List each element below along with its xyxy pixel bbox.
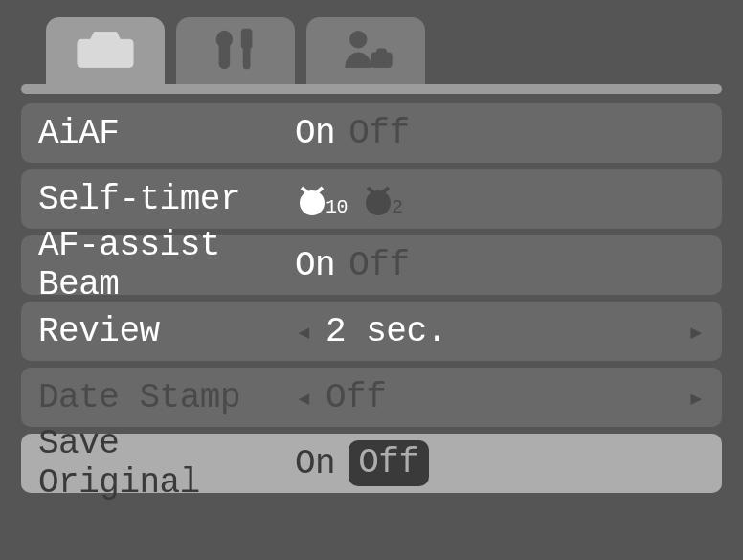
right-arrow-icon[interactable]: ▸: [687, 314, 705, 349]
aiaf-value: On Off: [295, 114, 410, 153]
svg-line-14: [383, 188, 389, 192]
aiaf-label: AiAF: [38, 114, 295, 153]
date-stamp-value: ◂ Off: [295, 378, 469, 417]
self-timer-label: Self-timer: [38, 180, 295, 219]
camera-icon: [76, 24, 135, 78]
svg-rect-1: [243, 30, 251, 46]
af-assist-value: On Off: [295, 246, 410, 285]
review-value: ◂ 2 sec.: [295, 312, 469, 351]
svg-rect-2: [245, 47, 249, 67]
self-timer-10-icon[interactable]: 10: [295, 182, 348, 216]
left-arrow-icon: ◂: [295, 380, 312, 415]
svg-point-0: [98, 43, 116, 61]
save-original-on[interactable]: On: [295, 444, 335, 483]
right-arrow-icon: ▸: [687, 380, 705, 415]
tab-setup[interactable]: [176, 17, 295, 84]
row-review[interactable]: Review ◂ 2 sec. ▸: [21, 302, 722, 361]
review-value-text: 2 sec.: [326, 312, 469, 351]
self-timer-value: 10 2: [295, 182, 403, 216]
svg-line-9: [302, 188, 307, 192]
date-stamp-value-text: Off: [326, 378, 469, 417]
row-self-timer[interactable]: Self-timer 10: [21, 169, 722, 229]
svg-line-13: [368, 188, 373, 192]
aiaf-off[interactable]: Off: [349, 114, 409, 153]
self-timer-2-icon[interactable]: 2: [361, 182, 403, 216]
svg-line-10: [317, 188, 323, 192]
tab-shooting[interactable]: [46, 17, 165, 84]
tools-icon: [206, 24, 265, 78]
svg-point-3: [350, 31, 367, 47]
person-camera-icon: [336, 24, 395, 78]
menu-tabs: [21, 17, 722, 84]
af-assist-off[interactable]: Off: [349, 246, 409, 285]
tab-underline: [21, 84, 722, 94]
left-arrow-icon[interactable]: ◂: [295, 314, 312, 349]
date-stamp-label: Date Stamp: [38, 378, 295, 417]
svg-rect-5: [377, 49, 387, 55]
svg-point-6: [378, 56, 386, 63]
self-timer-2-sub: 2: [392, 196, 403, 218]
row-save-original[interactable]: Save Original On Off: [21, 434, 722, 493]
row-af-assist[interactable]: AF-assist Beam On Off: [21, 235, 722, 295]
aiaf-on[interactable]: On: [295, 114, 335, 153]
tab-mycamera[interactable]: [306, 17, 425, 84]
af-assist-label: AF-assist Beam: [38, 226, 295, 304]
camera-menu-screen: AiAF On Off Self-timer 10: [0, 0, 743, 560]
save-original-value: On Off: [295, 440, 429, 486]
review-label: Review: [38, 312, 295, 351]
af-assist-on[interactable]: On: [295, 246, 335, 285]
row-aiaf[interactable]: AiAF On Off: [21, 103, 722, 163]
save-original-off[interactable]: Off: [349, 440, 428, 486]
row-date-stamp: Date Stamp ◂ Off ▸: [21, 368, 722, 427]
menu-rows: AiAF On Off Self-timer 10: [21, 103, 722, 549]
save-original-label: Save Original: [38, 424, 295, 503]
self-timer-10-sub: 10: [326, 196, 348, 218]
